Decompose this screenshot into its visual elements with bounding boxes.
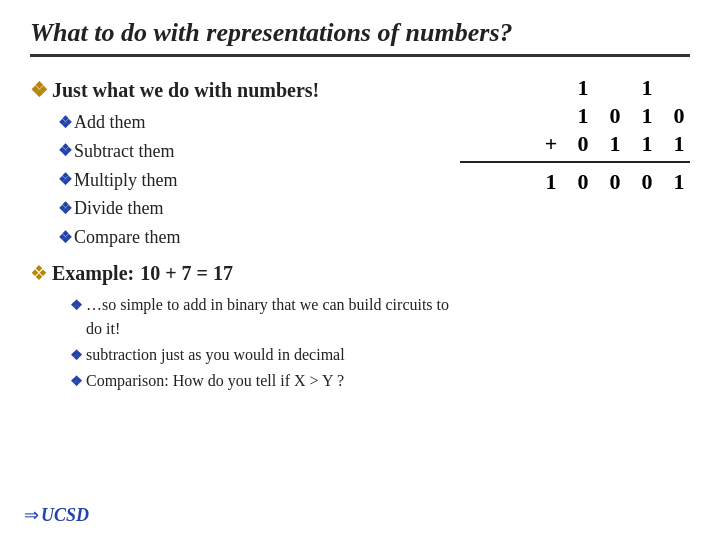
result-c5: 1 bbox=[668, 169, 690, 195]
cell-r3c1: + bbox=[540, 131, 562, 157]
v-icon-1: ❖ bbox=[58, 110, 72, 136]
v-icon-2: ❖ bbox=[58, 138, 72, 164]
v-icon-4: ❖ bbox=[58, 196, 72, 222]
sub-text-2: ❖ subtraction just as you would in decim… bbox=[70, 343, 450, 367]
main-bullet: ❖ Just what we do with numbers! bbox=[30, 75, 450, 106]
v-icon-3: ❖ bbox=[58, 167, 72, 193]
sub-text-1: ❖ …so simple to add in binary that we ca… bbox=[70, 293, 450, 341]
list-item: ❖ Compare them bbox=[58, 223, 450, 252]
cell-r1c5 bbox=[668, 75, 690, 101]
result-c3: 0 bbox=[604, 169, 626, 195]
cell-r2c2: 1 bbox=[572, 103, 594, 129]
sub-bullet-3: Multiply them bbox=[74, 166, 178, 195]
cell-r1c2: 1 bbox=[572, 75, 594, 101]
main-bullet-text: Just what we do with numbers! bbox=[52, 75, 319, 106]
example-label: Example: bbox=[52, 258, 134, 289]
cell-r3c5: 1 bbox=[668, 131, 690, 157]
v-icon-7: ❖ bbox=[70, 345, 83, 366]
cell-r2c4: 1 bbox=[636, 103, 658, 129]
sub-bullet-5: Compare them bbox=[74, 223, 180, 252]
binary-row-1: 1 1 bbox=[460, 75, 690, 101]
cell-r3c4: 1 bbox=[636, 131, 658, 157]
result-c2: 0 bbox=[572, 169, 594, 195]
v-icon-8: ❖ bbox=[70, 371, 83, 392]
sub-bullet-1: Add them bbox=[74, 108, 146, 137]
list-item: ❖ Add them bbox=[58, 108, 450, 137]
bottom-logo: ⇒ UCSD bbox=[24, 504, 89, 526]
slide: What to do with representations of numbe… bbox=[0, 0, 720, 540]
example-expr: 10 + 7 = 17 bbox=[140, 258, 233, 289]
example-row: ❖ Example: 10 + 7 = 17 bbox=[30, 258, 450, 289]
cell-r1c3 bbox=[604, 75, 626, 101]
binary-divider bbox=[460, 161, 690, 163]
result-c1: 1 bbox=[540, 169, 562, 195]
cell-r1c1 bbox=[540, 75, 562, 101]
title-bar: What to do with representations of numbe… bbox=[30, 18, 690, 57]
cell-r2c5: 0 bbox=[668, 103, 690, 129]
left-column: ❖ Just what we do with numbers! ❖ Add th… bbox=[30, 75, 450, 395]
slide-title: What to do with representations of numbe… bbox=[30, 18, 513, 47]
binary-row-3: + 0 1 1 1 bbox=[460, 131, 690, 157]
logo-arrow-icon: ⇒ bbox=[24, 504, 39, 526]
list-item: ❖ Subtract them bbox=[58, 137, 450, 166]
binary-row-2: 1 0 1 0 bbox=[460, 103, 690, 129]
result-c4: 0 bbox=[636, 169, 658, 195]
list-item: ❖ Multiply them bbox=[58, 166, 450, 195]
list-item: ❖ Divide them bbox=[58, 194, 450, 223]
logo-text: UCSD bbox=[41, 505, 89, 526]
sub-bullet-4: Divide them bbox=[74, 194, 163, 223]
diamond-icon: ❖ bbox=[30, 75, 48, 106]
sub-text-block: ❖ …so simple to add in binary that we ca… bbox=[70, 293, 450, 393]
binary-result-row: 1 0 0 0 1 bbox=[460, 169, 690, 195]
v-icon-6: ❖ bbox=[70, 295, 83, 316]
right-column: 1 1 1 0 1 0 + 0 1 1 1 bbox=[460, 75, 690, 195]
sub-bullet-2: Subtract them bbox=[74, 137, 174, 166]
cell-r2c3: 0 bbox=[604, 103, 626, 129]
sub-text-3: ❖ Comparison: How do you tell if X > Y ? bbox=[70, 369, 450, 393]
v-icon-5: ❖ bbox=[58, 225, 72, 251]
cell-r3c2: 0 bbox=[572, 131, 594, 157]
sub-bullets-list: ❖ Add them ❖ Subtract them ❖ Multiply th… bbox=[58, 108, 450, 252]
cell-r3c3: 1 bbox=[604, 131, 626, 157]
cell-r2c1 bbox=[540, 103, 562, 129]
cell-r1c4: 1 bbox=[636, 75, 658, 101]
example-diamond-icon: ❖ bbox=[30, 258, 48, 289]
